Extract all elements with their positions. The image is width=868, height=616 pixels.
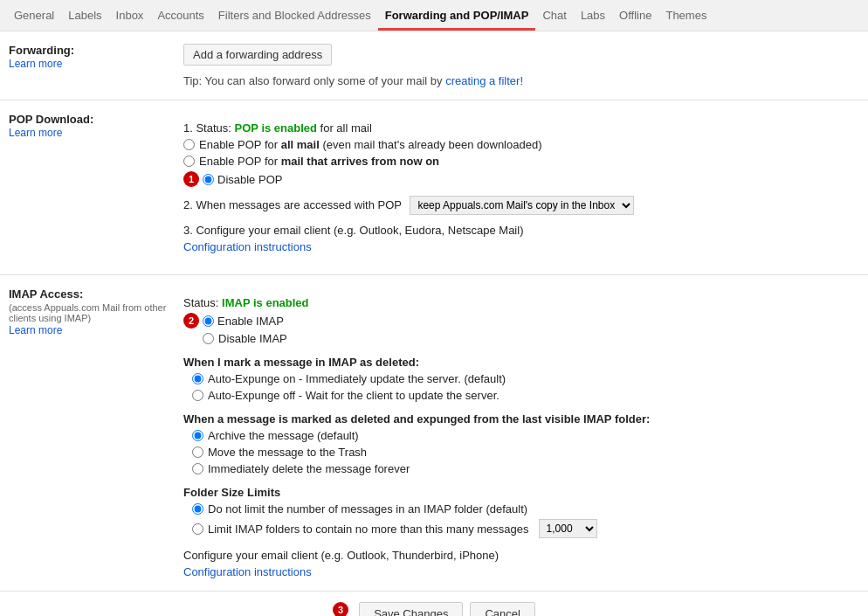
pop-config-link[interactable]: Configuration instructions — [183, 240, 312, 253]
imap-status: Status: IMAP is enabled 2 Enable IMAP Di… — [183, 296, 859, 345]
imap-expunged-opt1-row: Archive the message (default) — [192, 429, 859, 442]
pop-when-section: 2. When messages are accessed with POP k… — [183, 196, 859, 215]
nav-chat[interactable]: Chat — [535, 0, 573, 31]
forwarding-learn-more[interactable]: Learn more — [9, 58, 62, 70]
imap-no-limit-radio[interactable] — [192, 503, 203, 515]
nav-labs[interactable]: Labs — [574, 0, 612, 31]
settings-nav: General Labels Inbox Accounts Filters an… — [0, 0, 868, 31]
nav-accounts[interactable]: Accounts — [150, 0, 210, 31]
pop-status-text: POP is enabled — [235, 121, 317, 135]
imap-folder-opt1-label: Do not limit the number of messages in a… — [208, 502, 527, 516]
pop-option2-label: Enable POP for mail that arrives from no… — [199, 155, 439, 168]
pop-all-mail-radio[interactable] — [183, 139, 195, 150]
imap-folder-opt2-row: Limit IMAP folders to contain no more th… — [192, 519, 859, 538]
create-filter-link[interactable]: creating a filter! — [445, 74, 523, 87]
settings-content: Forwarding: Learn more Add a forwarding … — [0, 31, 868, 616]
forwarding-content: Add a forwarding address Tip: You can al… — [183, 44, 859, 87]
imap-disable-row: Disable IMAP — [203, 332, 859, 345]
forwarding-section: Forwarding: Learn more Add a forwarding … — [0, 31, 868, 100]
pop-learn-more[interactable]: Learn more — [9, 127, 62, 139]
nav-themes[interactable]: Themes — [658, 0, 713, 31]
imap-folder-title: Folder Size Limits — [183, 486, 859, 499]
nav-inbox[interactable]: Inbox — [109, 0, 151, 31]
pop-status-label: 1. Status: POP is enabled for all mail — [183, 121, 859, 135]
cancel-button[interactable]: Cancel — [470, 602, 534, 616]
imap-enable-label: Enable IMAP — [217, 315, 284, 328]
nav-offline[interactable]: Offline — [612, 0, 658, 31]
nav-forwarding[interactable]: Forwarding and POP/IMAP — [378, 0, 536, 31]
imap-title: IMAP Access: — [9, 287, 175, 301]
imap-folder-limit-select[interactable]: 1,000 2,000 5,000 10,000 — [539, 519, 597, 538]
imap-config-section: Configure your email client (e.g. Outloo… — [183, 549, 859, 578]
imap-trash-radio[interactable] — [192, 446, 203, 458]
imap-config-link[interactable]: Configuration instructions — [183, 565, 312, 578]
footer-buttons: 3 Save Changes Cancel — [0, 592, 868, 616]
imap-status-label: Status: IMAP is enabled — [183, 296, 859, 309]
imap-auto-expunge-off-radio[interactable] — [192, 390, 203, 401]
pop-config-section: 3. Configure your email client (e.g. Out… — [183, 224, 859, 253]
imap-expunged-opt2-row: Move the message to the Trash — [192, 446, 859, 459]
imap-deleted-section: When I mark a message in IMAP as deleted… — [183, 356, 859, 402]
pop-now-on-radio[interactable] — [183, 156, 195, 167]
pop-section: POP Download: Learn more 1. Status: POP … — [0, 100, 868, 275]
pop-disable-radio[interactable] — [203, 174, 214, 185]
nav-general[interactable]: General — [7, 0, 61, 31]
imap-expunged-opt3-row: Immediately delete the message forever — [192, 462, 859, 475]
imap-expunged-section: When a message is marked as deleted and … — [183, 412, 859, 475]
badge-2: 2 — [183, 313, 199, 329]
imap-delete-forever-radio[interactable] — [192, 463, 203, 474]
imap-status-text: IMAP is enabled — [222, 296, 308, 309]
pop-status: 1. Status: POP is enabled for all mail E… — [183, 121, 859, 187]
pop-option3-label: Disable POP — [217, 173, 282, 186]
imap-enable-row: 2 Enable IMAP — [183, 313, 859, 329]
imap-limit-radio[interactable] — [192, 523, 203, 535]
imap-learn-more[interactable]: Learn more — [9, 324, 62, 336]
imap-deleted-opt1-row: Auto-Expunge on - Immediately update the… — [192, 372, 859, 385]
pop-option1-row: Enable POP for all mail (even mail that'… — [183, 138, 859, 151]
imap-deleted-opt1-label: Auto-Expunge on - Immediately update the… — [208, 372, 506, 385]
imap-deleted-opt2-row: Auto-Expunge off - Wait for the client t… — [192, 389, 859, 402]
badge-3: 3 — [333, 602, 348, 616]
imap-disable-label: Disable IMAP — [218, 332, 287, 345]
imap-deleted-title: When I mark a message in IMAP as deleted… — [183, 356, 859, 369]
imap-folder-opt1-row: Do not limit the number of messages in a… — [192, 502, 859, 516]
add-forwarding-button[interactable]: Add a forwarding address — [183, 44, 332, 66]
forwarding-title: Forwarding: — [9, 44, 175, 57]
imap-config-label: Configure your email client (e.g. Outloo… — [183, 549, 859, 562]
imap-folder-opt2-label: Limit IMAP folders to contain no more th… — [208, 523, 529, 536]
pop-label: POP Download: Learn more — [9, 113, 183, 139]
imap-expunged-opt3-label: Immediately delete the message forever — [208, 462, 410, 475]
pop-content: 1. Status: POP is enabled for all mail E… — [183, 113, 859, 262]
pop-option2-row: Enable POP for mail that arrives from no… — [183, 155, 859, 168]
imap-expunged-opt2-label: Move the message to the Trash — [208, 446, 367, 459]
pop-option3-row: 1 Disable POP — [183, 171, 859, 187]
imap-sublabel: (access Appuals.com Mail from other clie… — [9, 302, 175, 323]
forwarding-label: Forwarding: Learn more — [9, 44, 183, 70]
imap-label-col: IMAP Access: (access Appuals.com Mail fr… — [9, 287, 183, 336]
pop-config-label: 3. Configure your email client (e.g. Out… — [183, 224, 859, 237]
imap-section: IMAP Access: (access Appuals.com Mail fr… — [0, 275, 868, 592]
forwarding-tip: Tip: You can also forward only some of y… — [183, 74, 859, 87]
imap-folder-section: Folder Size Limits Do not limit the numb… — [183, 486, 859, 538]
pop-option1-label: Enable POP for all mail (even mail that'… — [199, 138, 542, 151]
imap-auto-expunge-on-radio[interactable] — [192, 373, 203, 384]
pop-action-select[interactable]: keep Appuals.com Mail's copy in the Inbo… — [410, 196, 634, 215]
imap-enable-radio[interactable] — [203, 315, 214, 327]
imap-archive-radio[interactable] — [192, 430, 203, 441]
nav-filters[interactable]: Filters and Blocked Addresses — [211, 0, 378, 31]
imap-expunged-opt1-label: Archive the message (default) — [208, 429, 359, 442]
badge-1: 1 — [183, 171, 199, 187]
imap-content: Status: IMAP is enabled 2 Enable IMAP Di… — [183, 287, 859, 578]
imap-expunged-title: When a message is marked as deleted and … — [183, 412, 859, 426]
nav-labels[interactable]: Labels — [61, 0, 108, 31]
pop-when-label: 2. When messages are accessed with POP k… — [183, 196, 859, 215]
save-button[interactable]: Save Changes — [359, 602, 463, 616]
imap-disable-radio[interactable] — [203, 333, 214, 344]
pop-title: POP Download: — [9, 113, 175, 126]
imap-deleted-opt2-label: Auto-Expunge off - Wait for the client t… — [208, 389, 499, 402]
